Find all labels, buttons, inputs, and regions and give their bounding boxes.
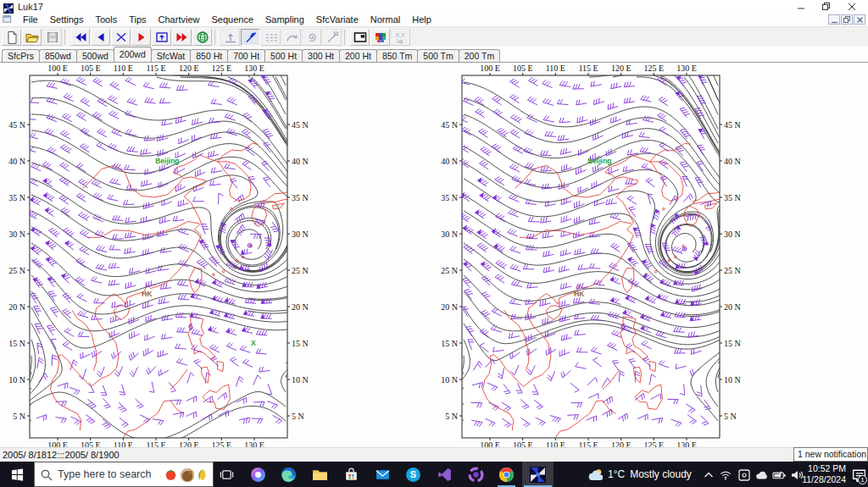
lat-tick-label: 35 N [292,193,309,202]
tray-device[interactable] [736,467,751,482]
globe-button[interactable] [192,29,212,46]
menu-sequence[interactable]: Sequence [205,14,259,26]
fit-frame-icon [155,30,169,44]
taskbar-app-mail[interactable] [367,462,398,487]
lon-tick-label: 110 E [546,65,565,73]
task-view-icon [220,468,234,482]
tab-200wd[interactable]: 200wd [114,47,152,62]
menu-sampling[interactable]: Sampling [259,14,310,26]
child-minimize-button[interactable] [828,14,840,25]
lon-tick-label: 115 E [146,65,165,73]
minimize-button[interactable] [788,0,814,14]
tray-onedrive[interactable] [754,467,769,482]
go-previous-button[interactable] [91,29,110,46]
search-doodle [164,467,209,482]
taskbar-app-visual-studio[interactable] [429,462,460,487]
menu-file[interactable]: File [17,14,44,26]
lat-tick-label: 5 N [13,412,25,421]
taskbar-app-skype[interactable]: S [398,462,429,487]
desktop: Luk17 FileSettingsToolsTipsChartviewSequ… [0,0,868,487]
tab-500wd[interactable]: 500wd [76,49,114,62]
tab-850wd[interactable]: 850wd [39,49,77,62]
tray-battery[interactable] [771,467,787,482]
dual-panel-icon [353,30,367,44]
child-close-button[interactable] [854,14,865,25]
tab-sfcwat[interactable]: SfcWat [151,49,191,62]
taskbar-clock[interactable]: 10:52 PM 11/28/2024 [793,462,846,487]
tab-500-ht[interactable]: 500 Ht [264,49,303,62]
go-next-button[interactable] [131,29,151,46]
lat-tick-label: 45 N [292,120,309,130]
tab-850-ht[interactable]: 850 Ht [190,49,228,62]
menu-settings[interactable]: Settings [44,14,90,26]
taskbar-app-file-explorer[interactable] [304,462,336,487]
menu-help[interactable]: Help [406,14,437,26]
go-first-button[interactable] [70,29,90,46]
mdi-document-icon[interactable] [3,15,14,25]
close-button[interactable] [839,0,865,14]
tab-200-tm[interactable]: 200 Tm [459,49,500,62]
menu-tools[interactable]: Tools [89,14,123,26]
wind-barb-button[interactable] [241,29,260,46]
child-restore-button[interactable] [841,14,853,25]
fit-frame-button[interactable] [152,29,171,46]
menu-normal[interactable]: Normal [364,14,406,26]
action-center-button[interactable]: 1 [848,462,868,487]
menu-chartview[interactable]: Chartview [153,14,206,26]
tab-sfcprs[interactable]: SfcPrs [2,49,40,62]
luk17-icon [530,467,546,483]
node-line-button [322,29,342,46]
corn-icon [195,467,209,481]
lat-tick-label: 10 N [724,375,741,385]
weather-widget[interactable]: 1°C Mostly cloudy [587,462,692,487]
lat-tick-label: 25 N [724,266,741,275]
tab-850-tm[interactable]: 850 Tm [376,49,418,62]
taskbar-app-copilot[interactable] [242,462,274,487]
tab-200-ht[interactable]: 200 Ht [339,49,377,62]
menu-bar: FileSettingsToolsTipsChartviewSequenceSa… [0,14,868,26]
notification-popup[interactable]: 1 new notification [793,447,868,462]
tab-300-ht[interactable]: 300 Ht [302,49,340,62]
taskbar-app-vs-installer[interactable] [460,462,492,487]
dashed-lines-button [261,29,281,46]
save-file-icon [46,30,59,44]
taskbar-app-luk17[interactable] [522,462,554,487]
open-file-button[interactable] [22,29,42,46]
lat-tick-label: 45 N [724,120,741,130]
lat-tick-label: 20 N [8,302,25,312]
lat-tick-label: 40 N [441,157,458,166]
menu-sfcvariate[interactable]: SfcVariate [310,14,364,26]
dual-panel-button[interactable] [350,29,370,46]
mail-icon [375,467,391,483]
lat-tick-label: 25 N [441,266,458,275]
city-label: Beijing [155,157,179,165]
lon-tick-label: 120 E [611,65,632,73]
cancel-x-button[interactable] [111,29,131,46]
search-box[interactable]: Type here to search [34,462,214,487]
taskbar-app-task-view[interactable] [211,462,242,487]
tray-chevron-up[interactable] [700,467,715,482]
toolbar-separator [344,30,348,45]
device-icon [737,468,750,481]
taskbar-app-chrome[interactable] [491,462,522,487]
menu-tips[interactable]: Tips [123,14,152,26]
new-document-button[interactable] [2,29,21,46]
x-marker: X [251,339,256,347]
tray-wifi[interactable] [718,467,733,482]
lat-tick-label: 45 N [8,120,25,130]
skype-icon: S [405,467,421,483]
copilot-icon [250,467,266,483]
chart-right[interactable]: 100 E100 E105 E105 E110 E110 E115 E115 E… [439,65,746,448]
start-button[interactable] [0,462,34,487]
taskbar-app-store[interactable] [336,462,367,487]
char-codes-button: X,Yλφ [391,29,410,46]
restore-button[interactable] [814,0,839,14]
go-last-button[interactable] [172,29,192,46]
color-grid-button[interactable] [370,29,390,46]
tab-700-ht[interactable]: 700 Ht [227,49,265,62]
taskbar-app-edge[interactable] [273,462,304,487]
chart-left[interactable]: 100 E100 E105 E105 E110 E110 E115 E115 E… [7,65,314,448]
start-icon [11,468,24,481]
tab-500-tm[interactable]: 500 Tm [417,49,459,62]
hk-label: HK [574,290,585,298]
